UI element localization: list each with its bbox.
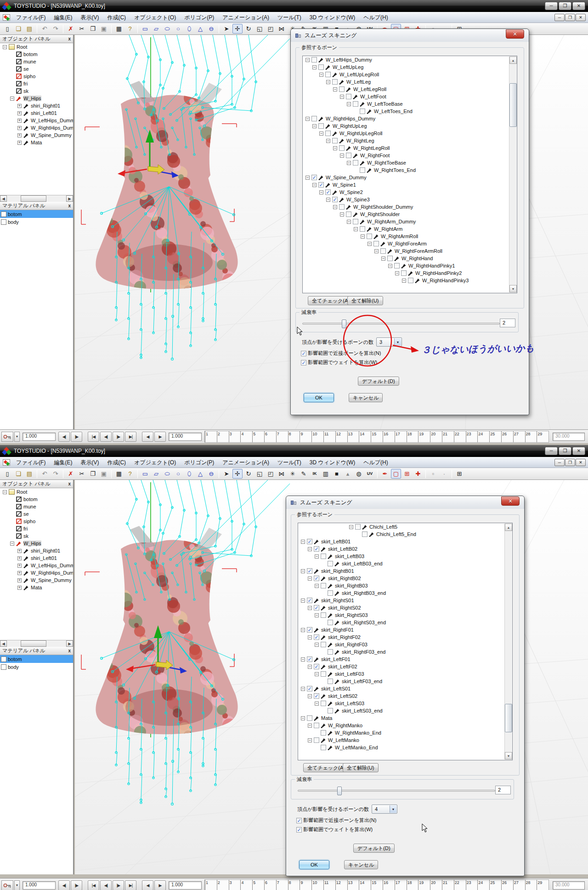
bone-tree-row[interactable]: −W_LeftUpLeg: [303, 63, 517, 71]
bone-checkbox[interactable]: [332, 138, 338, 143]
last-frame-button[interactable]: ▶|: [125, 880, 136, 890]
prim-plane-icon[interactable]: ▭: [140, 24, 150, 34]
collapse-icon[interactable]: −: [388, 264, 392, 268]
expand-icon[interactable]: +: [17, 571, 22, 575]
ruler-tick[interactable]: 28: [525, 880, 537, 890]
check-all-button[interactable]: 全てチェック(A): [308, 296, 354, 305]
bone-checkbox[interactable]: [367, 234, 372, 239]
bone-tree-row[interactable]: −W_RightHandPinky2: [303, 269, 517, 277]
collapse-icon[interactable]: −: [308, 576, 312, 581]
extra-dot-icon[interactable]: ·: [439, 469, 449, 479]
bone-checkbox[interactable]: [339, 86, 345, 92]
menu-item-1[interactable]: 編集(E): [50, 458, 76, 467]
scroll-up-icon[interactable]: ▲: [505, 524, 512, 531]
bone-tree-row[interactable]: −W_RightToeBase: [303, 159, 517, 166]
ruler-tick[interactable]: 24: [477, 431, 489, 442]
collapse-icon[interactable]: −: [308, 694, 312, 698]
bone-tree-row[interactable]: W_RightManko_End: [298, 729, 512, 736]
prim-plane-icon[interactable]: ▭: [140, 469, 150, 479]
object-tree-row[interactable]: −Root: [0, 43, 73, 51]
scroll-right-icon[interactable]: ▶: [66, 640, 73, 647]
menu-item-5[interactable]: ポリゴン(P): [180, 458, 218, 467]
bone-tree-row[interactable]: −✓skirt_RightF01: [298, 626, 512, 633]
prim-cylinder-icon[interactable]: ⬭: [162, 24, 172, 34]
expand-icon[interactable]: +: [17, 111, 22, 115]
material-row[interactable]: body: [0, 218, 73, 226]
dialog-title-bar[interactable]: スムーズ スキニング: [286, 496, 524, 509]
collapse-icon[interactable]: −: [301, 628, 305, 632]
ruler-tick[interactable]: 19: [418, 880, 430, 890]
bone-tree-row[interactable]: −W_RightUpLeg: [303, 122, 517, 130]
next-frame-button[interactable]: |▶: [113, 432, 124, 442]
menu-item-1[interactable]: 編集(E): [50, 13, 76, 22]
mirror-icon[interactable]: ⋈: [277, 24, 287, 34]
bone-checkbox[interactable]: [314, 737, 319, 743]
object-tree-hscrollbar[interactable]: ◀ ▶: [0, 195, 73, 202]
bone-tree-row[interactable]: −W_LeftLeg: [303, 78, 517, 86]
paste-icon[interactable]: ▣: [99, 469, 109, 479]
bone-tree-row[interactable]: −W_LeftToeBase: [303, 100, 517, 108]
panel-close-icon[interactable]: x: [68, 36, 71, 41]
material-checkbox[interactable]: [1, 211, 6, 217]
collapse-icon[interactable]: −: [301, 687, 305, 691]
ruler-tick[interactable]: 21: [442, 880, 454, 890]
ruler-tick[interactable]: 15: [371, 431, 383, 442]
expand-icon[interactable]: +: [17, 556, 22, 560]
near-bones-checkbox[interactable]: ✓: [301, 351, 306, 356]
bone-checkbox[interactable]: ✓: [314, 576, 319, 581]
expand-icon[interactable]: +: [17, 133, 22, 137]
dialog-close-icon[interactable]: ✕: [506, 29, 524, 39]
prim-capsule-icon[interactable]: ⬯: [184, 469, 194, 479]
timeline-ruler[interactable]: 1234567891011121314151617181920212223242…: [204, 879, 549, 890]
bone-tree-row[interactable]: −✓skirt_RightB02: [298, 575, 512, 582]
ruler-tick[interactable]: 13: [347, 431, 359, 442]
object-tree-row[interactable]: −W_Hips: [0, 95, 73, 102]
maximize-button[interactable]: ❐: [559, 447, 571, 455]
bone-checkbox[interactable]: [311, 116, 317, 121]
object-tree-row[interactable]: botom: [0, 496, 73, 503]
current-frame-field[interactable]: 1.000: [23, 881, 56, 890]
collapse-icon[interactable]: −: [347, 220, 351, 224]
bone-checkbox[interactable]: [339, 145, 345, 151]
expand-icon[interactable]: +: [17, 564, 22, 568]
rotate-icon[interactable]: ↻: [243, 24, 254, 34]
play-button[interactable]: ▶: [154, 432, 166, 442]
bone-tree-row[interactable]: −W_RightHand: [303, 255, 517, 262]
object-tree-row[interactable]: +shiri_Left01: [0, 554, 73, 562]
collapse-icon[interactable]: −: [374, 249, 379, 253]
collapse-icon[interactable]: −: [402, 279, 406, 283]
ruler-tick[interactable]: 18: [407, 880, 418, 890]
ruler-tick[interactable]: 10: [311, 880, 323, 890]
expand-icon[interactable]: +: [17, 104, 22, 108]
bone-tree-scrollbar[interactable]: ▲ ▼: [504, 524, 512, 759]
uncheck-all-button[interactable]: 全て解除(U): [343, 763, 379, 772]
print-icon[interactable]: ▦: [114, 469, 124, 479]
material-row[interactable]: botom: [0, 210, 73, 218]
bone-checkbox[interactable]: [321, 583, 326, 588]
paste-icon[interactable]: ▣: [99, 24, 109, 34]
collapse-icon[interactable]: −: [333, 146, 337, 150]
collapse-icon[interactable]: −: [305, 117, 310, 121]
prim-cube-icon[interactable]: ▱: [151, 469, 161, 479]
collapse-icon[interactable]: −: [308, 724, 312, 728]
menu-item-5[interactable]: ポリゴン(P): [180, 13, 218, 22]
bone-checkbox[interactable]: [380, 248, 386, 254]
bone-tree-row[interactable]: skirt_RightS03_end: [298, 619, 512, 626]
transform-icon[interactable]: ◰: [266, 24, 276, 34]
bone-tree-row[interactable]: −skirt_RightF03: [298, 641, 512, 648]
maximize-button[interactable]: ❐: [559, 2, 571, 10]
dialog-close-icon[interactable]: ✕: [501, 496, 520, 506]
minimize-button[interactable]: ─: [545, 447, 558, 455]
bone-checkbox[interactable]: [321, 730, 326, 736]
play-reverse-button[interactable]: ◀: [142, 880, 153, 890]
snap-icon[interactable]: ✳: [288, 469, 298, 479]
material-checkbox[interactable]: [1, 664, 6, 670]
bone-checkbox[interactable]: [346, 153, 351, 158]
joint-icon[interactable]: ✚: [413, 469, 423, 479]
bone-checkbox[interactable]: [318, 123, 324, 129]
ik-icon[interactable]: IK: [310, 469, 320, 479]
collapse-icon[interactable]: −: [315, 554, 319, 559]
collapse-icon[interactable]: −: [312, 124, 317, 128]
ruler-tick[interactable]: 16: [383, 431, 395, 442]
bone-tree-row[interactable]: −✓skirt_RightS02: [298, 604, 512, 611]
